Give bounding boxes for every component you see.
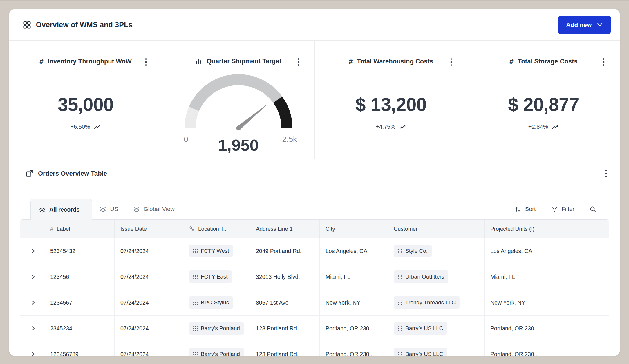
location-chip[interactable]: FCTY East: [189, 270, 232, 283]
gauge-min-label: 0: [184, 135, 188, 144]
kpi-card-quarter-shipment-target: Quarter Shipment Target 0 2.5k 1,950: [162, 41, 314, 159]
table-row: 123456 07/24/2024 FCTY East 32013 Holly …: [20, 264, 609, 290]
kpi-title: Inventory Throughput WoW: [48, 58, 132, 65]
cell-address: 123 Portland Rd.: [250, 316, 319, 341]
kpi-card-header: # Total Storage Costs: [467, 57, 620, 65]
sort-button[interactable]: Sort: [514, 206, 536, 213]
tab-label: Global View: [144, 206, 174, 212]
row-expand-chevron-icon[interactable]: [31, 274, 35, 280]
cell-label: 123456789: [20, 341, 114, 356]
kpi-card-header: Quarter Shipment Target: [162, 57, 314, 65]
cell-city: Portland, OR 230...: [319, 341, 388, 356]
top-bar: Overview of WMS and 3PLs Add new: [9, 9, 620, 41]
dashboard-grid-icon: [23, 21, 31, 29]
kpi-card-storage-costs: # Total Storage Costs $ 20,877 +2.84%: [467, 41, 620, 159]
cell-projected-units: Portland, OR 230...: [484, 316, 609, 341]
kpi-delta-text: +4.75%: [376, 123, 395, 130]
trending-up-icon: [399, 124, 406, 130]
cell-customer: Style Co.: [388, 238, 484, 264]
customer-chip[interactable]: Trendy Threads LLC: [394, 296, 460, 309]
gauge-value: 1,950: [183, 136, 294, 154]
kpi-delta: +4.75%: [315, 123, 467, 130]
kebab-menu-icon[interactable]: [603, 58, 605, 66]
table-row: 1234567 07/24/2024 BPO Stylus 8057 1st A…: [20, 290, 609, 316]
tab-all-records[interactable]: All records: [30, 199, 92, 220]
table-controls: Sort Filter: [514, 206, 609, 213]
cell-customer: Barry’s US LLC: [388, 316, 484, 341]
grid-dots-icon: [398, 326, 402, 331]
search-icon: [590, 206, 597, 213]
grid-dots-icon: [193, 275, 198, 279]
add-new-label: Add new: [566, 21, 592, 28]
dashboard-window: Overview of WMS and 3PLs Add new # Inven…: [9, 9, 620, 356]
location-chip[interactable]: FCTY West: [189, 245, 233, 257]
kpi-delta-text: +6.50%: [70, 123, 90, 130]
column-header-customer: Customer: [388, 220, 484, 238]
page-title: Overview of WMS and 3PLs: [36, 21, 133, 29]
grid-dots-icon: [193, 301, 198, 305]
cell-city: New York, NY: [319, 290, 388, 315]
kpi-value: $ 13,200: [315, 94, 467, 115]
cell-projected-units: Los Angeles, CA: [484, 238, 609, 264]
kpi-card-inventory-throughput: # Inventory Throughput WoW 35,000 +6.50%: [9, 41, 162, 159]
cell-address: 123 Portland Rd.: [250, 341, 319, 356]
search-button[interactable]: [590, 206, 597, 213]
add-new-button[interactable]: Add new: [558, 16, 611, 34]
row-expand-chevron-icon[interactable]: [31, 325, 35, 331]
filter-button[interactable]: Filter: [551, 206, 574, 213]
customer-chip[interactable]: Barry’s US LLC: [394, 348, 447, 356]
cell-projected-units: New York, NY: [484, 290, 609, 315]
sort-arrows-icon: [514, 206, 521, 213]
kpi-title: Total Warehousing Costs: [357, 58, 433, 65]
customer-chip[interactable]: Urban Outfitters: [394, 270, 448, 283]
relation-icon: [189, 226, 195, 232]
filter-funnel-icon: [551, 206, 558, 213]
tab-us[interactable]: US: [92, 199, 126, 220]
orders-table-card: All records US Global View: [20, 199, 609, 356]
kpi-title: Quarter Shipment Target: [207, 57, 281, 65]
kpi-card-warehousing-costs: # Total Warehousing Costs $ 13,200 +4.75…: [314, 41, 467, 159]
cell-issue-date: 07/24/2024: [114, 238, 183, 264]
table-row: 52345432 07/24/2024 FCTY West 2049 Portl…: [20, 238, 609, 264]
column-header-location: Location T...: [183, 220, 250, 238]
sort-label: Sort: [525, 206, 536, 212]
cell-city: Los Angeles, CA: [319, 238, 388, 264]
table-tabs-row: All records US Global View: [20, 199, 609, 220]
cell-location: BPO Stylus: [183, 290, 250, 315]
cell-projected-units: Miami, FL: [484, 264, 609, 290]
row-expand-chevron-icon[interactable]: [31, 248, 35, 254]
cell-location: Barry’s Portland: [183, 316, 250, 341]
grid-dots-icon: [193, 249, 198, 253]
cell-location: Barry’s Portland: [183, 341, 250, 356]
cell-issue-date: 07/24/2024: [114, 290, 183, 315]
kpi-delta-text: +2.84%: [528, 123, 548, 130]
kebab-menu-icon[interactable]: [605, 170, 607, 178]
cell-city: Miami, FL: [319, 264, 388, 290]
cell-issue-date: 07/24/2024: [114, 316, 183, 341]
kpi-delta: +2.84%: [467, 123, 620, 130]
kebab-menu-icon[interactable]: [450, 58, 452, 66]
kpi-title: Total Storage Costs: [518, 58, 578, 65]
cell-address: 2049 Portland Rd.: [250, 238, 319, 264]
kebab-menu-icon[interactable]: [298, 58, 299, 66]
kpi-card-header: # Inventory Throughput WoW: [9, 57, 162, 65]
filter-label: Filter: [562, 206, 574, 212]
cell-location: FCTY West: [183, 238, 250, 264]
kebab-menu-icon[interactable]: [145, 58, 147, 66]
customer-chip[interactable]: Style Co.: [394, 245, 432, 257]
tab-global-view[interactable]: Global View: [126, 199, 182, 220]
row-expand-chevron-icon[interactable]: [31, 300, 35, 305]
orders-table: # Label Issue Date Location T... Address…: [20, 219, 609, 356]
row-expand-chevron-icon[interactable]: [31, 351, 35, 356]
table-row: 2345234 07/24/2024 Barry’s Portland 123 …: [20, 316, 609, 341]
tab-label: All records: [49, 206, 79, 213]
location-chip[interactable]: Barry’s Portland: [189, 322, 244, 335]
grid-dots-icon: [193, 352, 198, 356]
location-chip[interactable]: Barry’s Portland: [189, 348, 244, 356]
cell-label: 123456: [20, 264, 114, 290]
cell-label: 2345234: [20, 316, 114, 341]
location-chip[interactable]: BPO Stylus: [189, 296, 233, 309]
customer-chip[interactable]: Barry’s US LLC: [394, 322, 447, 335]
tab-label: US: [110, 206, 118, 212]
column-header-address: Address Line 1: [250, 220, 319, 238]
